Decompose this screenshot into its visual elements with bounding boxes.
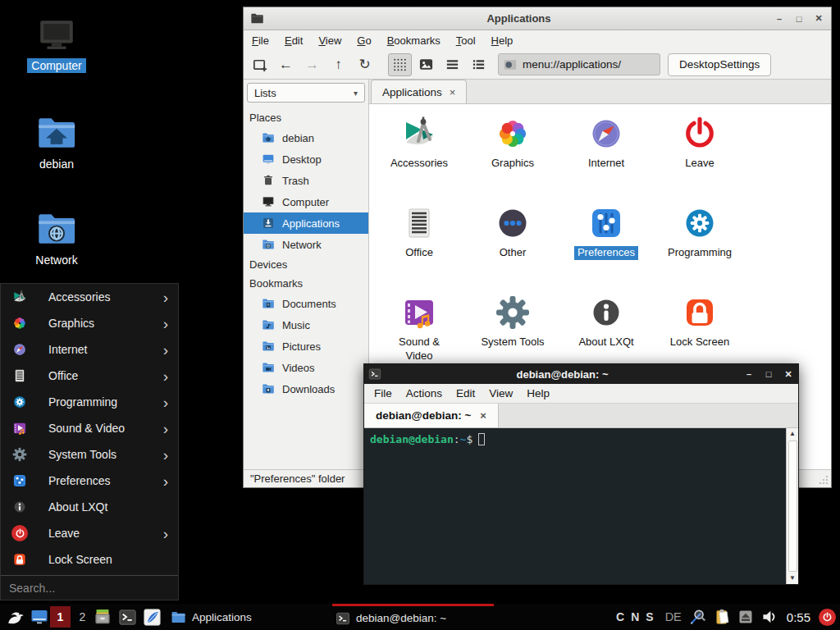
tab-close-icon[interactable]: × xyxy=(450,86,456,98)
lock-icon xyxy=(680,293,719,332)
desktop-settings-button[interactable]: DesktopSettings xyxy=(668,53,771,76)
terminal-titlebar[interactable]: debian@debian: ~ – □ ✕ xyxy=(364,364,798,384)
maximize-button[interactable]: □ xyxy=(793,14,805,24)
icon-view-button[interactable] xyxy=(388,53,412,76)
fm-titlebar[interactable]: Applications – □ ✕ xyxy=(244,7,831,30)
workspace-1[interactable]: 1 xyxy=(50,606,71,628)
menu-item-programming[interactable]: Programming › xyxy=(1,389,178,415)
sidebar-item-trash[interactable]: Trash xyxy=(244,170,368,191)
screenshot-tool-icon[interactable] xyxy=(688,608,706,626)
graphics-icon xyxy=(493,114,532,153)
menu-go[interactable]: Go xyxy=(357,34,371,47)
clipboard-icon[interactable] xyxy=(713,608,731,626)
menu-file[interactable]: File xyxy=(374,387,392,399)
terminal-launcher[interactable] xyxy=(116,604,138,630)
menu-edit[interactable]: Edit xyxy=(285,34,303,47)
workspace-2[interactable]: 2 xyxy=(72,606,93,628)
resize-grip[interactable] xyxy=(819,475,829,485)
menu-view[interactable]: View xyxy=(489,387,513,399)
compact-view-button[interactable] xyxy=(441,53,464,76)
sidebar-item-network[interactable]: Network xyxy=(244,234,368,255)
forward-button[interactable]: → xyxy=(300,53,324,76)
menu-item-sound-video[interactable]: Sound & Video › xyxy=(1,415,178,441)
scroll-up-icon[interactable]: ▲ xyxy=(789,428,796,440)
programming-icon xyxy=(680,203,719,243)
eject-icon[interactable] xyxy=(737,609,754,625)
keyboard-layout-indicator[interactable]: DE xyxy=(665,610,682,623)
menu-file[interactable]: File xyxy=(252,34,269,47)
up-button[interactable]: ↑ xyxy=(326,53,350,76)
reload-button[interactable]: ↻ xyxy=(353,53,377,76)
desktop-icon-network[interactable]: Network xyxy=(20,208,94,267)
menu-item-about-lxqt[interactable]: About LXQt xyxy=(1,494,178,520)
menu-tool[interactable]: Tool xyxy=(456,34,476,47)
task-button-terminal[interactable]: debian@debian: ~ xyxy=(332,604,494,630)
volume-icon[interactable] xyxy=(760,608,778,626)
menu-item-system-tools[interactable]: System Tools › xyxy=(1,441,178,468)
menu-actions[interactable]: Actions xyxy=(406,387,442,399)
sidebar-item-videos[interactable]: Videos xyxy=(244,357,368,378)
task-button-applications[interactable]: Applications xyxy=(167,604,330,630)
sidebar-item-pictures[interactable]: Pictures xyxy=(244,336,368,357)
tab-applications[interactable]: Applications × xyxy=(371,80,467,103)
scroll-down-icon[interactable]: ▼ xyxy=(789,573,796,584)
terminal-screen[interactable]: debian@debian:~$ xyxy=(364,428,786,584)
address-bar[interactable]: menu://applications/ xyxy=(498,53,660,75)
tab-close-icon[interactable]: × xyxy=(480,409,486,422)
app-category-programming[interactable]: Programming xyxy=(653,203,746,293)
app-category-other[interactable]: Other xyxy=(466,203,559,293)
sidebar-item-downloads[interactable]: Downloads xyxy=(244,378,368,399)
menu-item-graphics[interactable]: Graphics › xyxy=(1,310,178,336)
sidebar-item-documents[interactable]: Documents xyxy=(244,293,368,314)
desktop-icon-computer[interactable]: Computer xyxy=(20,15,94,73)
app-menu-button[interactable] xyxy=(3,604,26,630)
menu-help[interactable]: Help xyxy=(491,34,514,47)
app-category-graphics[interactable]: Graphics xyxy=(466,114,559,203)
minimize-button[interactable]: – xyxy=(774,14,785,24)
menu-search-input[interactable]: Search... xyxy=(1,578,178,598)
sidebar-item-music[interactable]: Music xyxy=(244,314,368,336)
sidebar-mode-select[interactable]: Lists ▾ xyxy=(247,83,365,103)
show-desktop-button[interactable] xyxy=(29,604,50,630)
back-button[interactable]: ← xyxy=(274,53,298,76)
app-category-preferences[interactable]: Preferences xyxy=(559,203,653,293)
terminal-icon xyxy=(118,608,137,627)
menu-item-lock-screen[interactable]: Lock Screen xyxy=(1,546,178,573)
menu-bookmarks[interactable]: Bookmarks xyxy=(387,34,441,47)
menu-item-accessories[interactable]: Accessories › xyxy=(1,284,178,310)
detailed-view-button[interactable] xyxy=(467,53,491,76)
sidebar-item-desktop[interactable]: Desktop xyxy=(244,148,368,170)
preferences-icon xyxy=(587,203,626,243)
clock[interactable]: 0:55 xyxy=(787,610,810,624)
terminal-scrollbar[interactable]: ▲ ▼ xyxy=(786,428,798,584)
app-category-internet[interactable]: Internet xyxy=(559,114,653,203)
desktop-icon-debian[interactable]: debian xyxy=(20,112,94,171)
thumbnail-view-button[interactable] xyxy=(414,53,438,76)
new-tab-button[interactable] xyxy=(248,53,272,76)
menu-edit[interactable]: Edit xyxy=(456,387,475,399)
menu-help[interactable]: Help xyxy=(527,387,550,399)
downloads-folder-icon xyxy=(262,382,275,395)
app-category-office[interactable]: Office xyxy=(372,203,466,293)
sidebar-item-debian[interactable]: debian xyxy=(244,127,368,148)
minimize-button[interactable]: – xyxy=(743,369,755,379)
menu-item-internet[interactable]: Internet › xyxy=(1,336,178,363)
app-category-leave[interactable]: Leave xyxy=(653,114,746,203)
close-button[interactable]: ✕ xyxy=(813,13,824,24)
power-button[interactable] xyxy=(819,609,836,626)
menu-item-leave[interactable]: Leave › xyxy=(1,520,178,546)
file-manager-launcher[interactable] xyxy=(92,604,113,630)
terminal-tab[interactable]: debian@debian: ~ × xyxy=(364,404,499,427)
text-editor-launcher[interactable] xyxy=(141,604,162,630)
office-icon xyxy=(399,203,439,243)
menu-view[interactable]: View xyxy=(318,34,341,47)
close-button[interactable]: ✕ xyxy=(783,369,794,380)
sidebar-item-applications[interactable]: Applications xyxy=(244,212,368,234)
scrollbar-thumb[interactable] xyxy=(788,441,797,572)
menu-item-office[interactable]: Office › xyxy=(1,363,178,389)
sidebar-item-computer[interactable]: Computer xyxy=(244,191,368,212)
maximize-button[interactable]: □ xyxy=(763,369,774,379)
menu-item-preferences[interactable]: Preferences › xyxy=(1,468,178,494)
address-text: menu://applications/ xyxy=(523,58,621,71)
app-category-accessories[interactable]: Accessories xyxy=(372,114,466,203)
